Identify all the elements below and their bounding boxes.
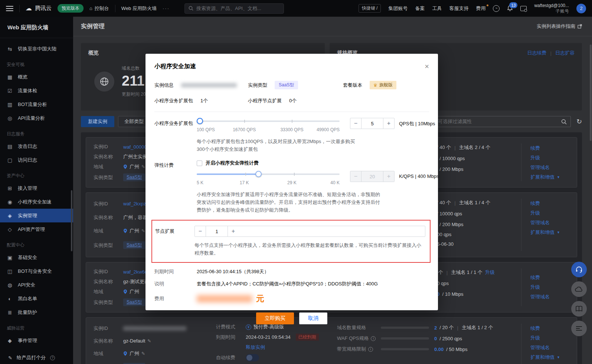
notifications-button[interactable]: 13 xyxy=(507,5,513,11)
sidebar-item-attack-log[interactable]: ▤攻击日志 xyxy=(0,139,73,153)
elastic-checkbox[interactable] xyxy=(197,161,202,166)
upgrade-link[interactable]: 升级 xyxy=(530,284,577,291)
elastic-checkbox-label[interactable]: 开启小程序安全弹性计费 xyxy=(206,160,259,166)
topbar-item-support[interactable]: 客服支持 xyxy=(449,5,468,12)
topbar-item-beian[interactable]: 备案 xyxy=(415,5,425,12)
sidebar-item-bot-business[interactable]: ◫BOT与业务安全 xyxy=(0,264,73,278)
auto-renew-toggle[interactable] xyxy=(246,354,259,361)
topbar-item-group-account[interactable]: 集团账号 xyxy=(388,5,408,12)
release-instance-link[interactable]: 释放实例 xyxy=(246,344,265,351)
saas-type-badge[interactable]: SaaS型 xyxy=(123,298,145,306)
manage-domain-link[interactable]: 管理域名 xyxy=(530,164,577,171)
log-expand-link[interactable]: 日志扩容 xyxy=(555,50,575,56)
feedback-widget[interactable]: ✎ 给产品打个分 ? xyxy=(8,354,55,361)
account-info[interactable]: waftestgd@100... 子账号 xyxy=(534,3,569,14)
instance-id-link[interactable]: waf_2kxpz xyxy=(123,201,146,206)
renew-link[interactable]: 续费 xyxy=(530,145,577,152)
sidebar-item-blackwhite-list[interactable]: ◐黑白名单 xyxy=(0,292,73,305)
billing-console-icon[interactable] xyxy=(520,6,527,11)
saas-type-badge[interactable]: SaaS型 xyxy=(275,81,298,89)
buy-now-button[interactable]: 立即购买 xyxy=(256,312,294,324)
preview-version-badge[interactable]: 预览版本 xyxy=(58,4,84,13)
edit-region-icon[interactable]: ✎ xyxy=(141,228,145,234)
manage-domain-link[interactable]: 管理域名 xyxy=(530,294,577,300)
sidebar-item-access-mgmt[interactable]: ⊞接入管理 xyxy=(0,181,73,195)
docs-book-button[interactable] xyxy=(571,301,587,317)
sidebar-item-access-log[interactable]: ▢访问日志 xyxy=(0,153,73,167)
sidebar-item-api-traffic[interactable]: ◎API流量分析 xyxy=(0,111,73,125)
minus-button[interactable]: − xyxy=(195,226,206,236)
sidebar-item-api-security[interactable]: ◍API安全 xyxy=(0,278,73,292)
elastic-help: 小程序安全加速弹性扩展适用于小程序业务流量评估不准确、短期业务活动，非预期的突发… xyxy=(197,191,384,214)
upgrade-link[interactable]: 升级 xyxy=(530,210,577,216)
edit-name-icon[interactable]: ✎ xyxy=(147,338,151,344)
upgrade-link[interactable]: 升级 xyxy=(530,335,577,341)
page-title: 实例管理 xyxy=(81,23,105,30)
sidebar-scrollbar[interactable] xyxy=(71,190,72,251)
sidebar-item-event-mgmt[interactable]: ◆事件管理 xyxy=(0,334,73,347)
info-icon[interactable]: i xyxy=(371,336,376,341)
filter-search-input[interactable]: 即可选择过滤属性 xyxy=(429,116,571,127)
manage-domain-link[interactable]: 管理域名 xyxy=(530,219,577,226)
renew-link[interactable]: 续费 xyxy=(530,274,577,281)
renew-link[interactable]: 续费 xyxy=(530,200,577,207)
support-headset-button[interactable] xyxy=(571,262,587,277)
close-icon[interactable]: × xyxy=(425,63,429,70)
sidebar-item-bot-traffic[interactable]: ▥BOT流量分析 xyxy=(0,97,73,111)
refresh-icon[interactable]: ↻ xyxy=(576,118,582,125)
quota-upgrade-link[interactable]: 升级 xyxy=(485,269,495,276)
assistant-icon[interactable]: ~ xyxy=(493,5,500,12)
expand-value-added-link[interactable]: 扩展和增值▼ xyxy=(530,229,577,236)
renew-link[interactable]: 续费 xyxy=(530,325,577,332)
upgrade-link[interactable]: 升级 xyxy=(530,155,577,161)
saas-type-badge[interactable]: SaaS型 xyxy=(123,173,145,181)
survey-list-button[interactable] xyxy=(571,321,587,336)
page-scrollbar[interactable] xyxy=(590,44,592,141)
shortcut-key-button[interactable]: 快捷键 / xyxy=(359,4,381,13)
edit-region-icon[interactable]: ✎ xyxy=(141,164,145,169)
stepper-value[interactable]: 5 xyxy=(362,118,383,129)
notification-count-badge: 13 xyxy=(509,2,517,8)
list-icon xyxy=(576,326,582,331)
console-link[interactable]: ⌂ 控制台 xyxy=(89,5,109,12)
expand-value-added-link[interactable]: 扩展和增值▼ xyxy=(530,354,577,361)
plus-button[interactable]: + xyxy=(383,118,394,129)
current-product-link[interactable]: Web 应用防火墙 xyxy=(121,5,157,12)
grid-icon: ▦ xyxy=(7,74,13,80)
instance-region: 广州 xyxy=(130,228,139,234)
new-instance-button[interactable]: 新建实例 xyxy=(81,116,114,127)
sidebar-item-miniprogram-accel[interactable]: ◉小程序安全加速 xyxy=(0,195,73,209)
sidebar-item-instance-mgmt[interactable]: ◈实例管理 xyxy=(0,209,73,222)
sidebar-item-overview[interactable]: ▦概览 xyxy=(0,70,73,84)
sidebar-item-batch-protection[interactable]: ≣批量防护 xyxy=(0,305,73,319)
cloud-feedback-button[interactable] xyxy=(571,281,587,297)
avatar[interactable]: 2 xyxy=(576,4,586,13)
info-icon[interactable]: i xyxy=(368,347,373,352)
sidebar-item-traffic-check[interactable]: ☑流量体检 xyxy=(0,84,73,97)
sidebar-item-switch-region[interactable]: ⇆切换至非中国大陆 xyxy=(0,42,73,56)
plus-button[interactable]: + xyxy=(228,226,239,236)
instance-id-link[interactable]: waf_00000 xyxy=(123,144,147,150)
more-products-icon[interactable]: ··· xyxy=(163,6,170,11)
expand-value-added-link[interactable]: 扩展和增值▼ xyxy=(530,174,577,181)
log-renew-link[interactable]: 日志续费 xyxy=(527,50,547,56)
global-search-input[interactable]: 搜索资源、产品、API、文档... xyxy=(184,3,284,14)
brand-logo[interactable]: ☁ 腾讯云 xyxy=(26,4,52,12)
divider xyxy=(115,5,115,12)
edit-region-icon[interactable]: ✎ xyxy=(141,351,145,356)
manage-domain-link[interactable]: 管理域名 xyxy=(530,344,577,351)
stepper-value[interactable]: 1 xyxy=(206,226,228,236)
instance-guide-link[interactable]: 实例列表操作指南 xyxy=(537,23,582,30)
flag-icon: ◆ xyxy=(7,338,13,344)
qps-pack-slider[interactable]: 100 QPS 16700 QPS 33300 QPS 49900 QPS xyxy=(197,118,340,133)
sidebar-item-api-asset[interactable]: ◇API资产管理 xyxy=(0,222,73,236)
minus-button[interactable]: − xyxy=(350,118,362,129)
saas-type-badge[interactable]: SaaS型 xyxy=(123,241,145,249)
instance-id-link[interactable]: waf_2kw6c xyxy=(123,269,147,275)
sidebar-item-basic-security[interactable]: ▣基础安全 xyxy=(0,251,73,264)
slider-handle[interactable] xyxy=(197,118,203,124)
topbar-item-tools[interactable]: 工具 xyxy=(432,5,442,12)
topbar-item-billing[interactable]: 费用 xyxy=(476,5,485,12)
hamburger-menu-icon[interactable] xyxy=(6,6,13,11)
cancel-button[interactable]: 取消 xyxy=(299,312,327,324)
